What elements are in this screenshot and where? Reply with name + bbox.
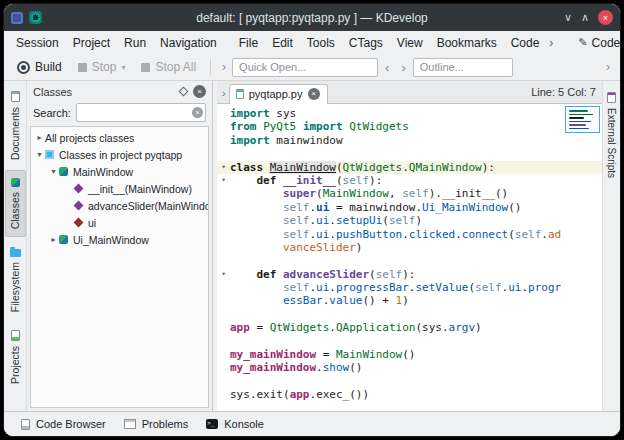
status-label: Konsole: [224, 418, 264, 430]
detach-icon[interactable]: [179, 87, 189, 97]
tree-item[interactable]: ▾MainWindow: [31, 163, 208, 180]
right-dock-tabbar: External Scripts: [602, 81, 620, 411]
code-editor[interactable]: import sysfrom PyQt5 import QtWidgetsimp…: [217, 104, 602, 411]
menu-item-bookmarks[interactable]: Bookmarks: [430, 34, 504, 52]
stop-all-label: Stop All: [155, 60, 196, 74]
code-token: argv: [449, 321, 476, 334]
code-token: (: [369, 268, 376, 281]
menu-item-tools[interactable]: Tools: [300, 34, 342, 52]
code-token: (: [336, 161, 343, 174]
menu-overflow-icon[interactable]: ›: [546, 36, 556, 50]
code-token: .: [329, 214, 336, 227]
search-clear-icon[interactable]: ×: [192, 107, 203, 118]
sidebar-tab-classes[interactable]: Classes: [5, 170, 26, 237]
fold-marker-icon[interactable]: ▾: [217, 161, 230, 174]
code-token: =: [250, 321, 270, 334]
code-line: [217, 335, 602, 348]
code-token: ):: [369, 174, 382, 187]
nav-back-icon[interactable]: ‹: [380, 60, 394, 75]
code-line: ▾ def __init__(self):: [217, 174, 602, 187]
code-line: super(MainWindow, self).__init__(): [217, 187, 602, 200]
menu-item-navigation[interactable]: Navigation: [153, 34, 224, 52]
code-line: [217, 147, 602, 160]
code-token: .: [442, 321, 449, 334]
fold-marker-icon[interactable]: ▾: [217, 268, 230, 281]
code-token: advanceSlider: [283, 268, 369, 281]
fold-marker-icon[interactable]: ▾: [217, 174, 230, 187]
window-title: default: [ pyqtapp:pyqtapp.py ] — KDevel…: [83, 11, 541, 25]
tree-item[interactable]: ▸All projects classes: [31, 129, 208, 146]
code-token: vanceSlider: [283, 241, 356, 254]
code-token: progr: [528, 281, 561, 294]
close-button[interactable]: ×: [598, 10, 613, 25]
tree-item-label: Classes in project pyqtapp: [59, 149, 182, 161]
minimap[interactable]: [565, 106, 600, 133]
status-code-browser[interactable]: Code Browser: [12, 416, 115, 432]
fold-marker-icon: [217, 361, 230, 374]
minimize-button[interactable]: ∨: [564, 12, 572, 23]
pencil-icon: ✎: [578, 36, 587, 49]
tab-pyqtapp[interactable]: pyqtapp.py ×: [229, 84, 328, 104]
menu-item-code[interactable]: Code: [504, 34, 547, 52]
code-line: [217, 254, 602, 267]
tree-item[interactable]: advanceSlider(MainWindow): [31, 197, 208, 214]
code-area-button[interactable]: ✎ Code: [570, 34, 621, 52]
expander-icon[interactable]: ▾: [34, 150, 45, 159]
code-token: QtWidgets: [349, 120, 409, 133]
expander-icon[interactable]: ▾: [48, 167, 59, 176]
fold-marker-icon: [217, 294, 230, 307]
menu-item-file[interactable]: File: [232, 34, 265, 52]
build-button[interactable]: Build: [10, 57, 69, 77]
menu-item-view[interactable]: View: [390, 34, 430, 52]
expander-icon[interactable]: ▸: [48, 235, 59, 244]
expander-icon[interactable]: ▸: [34, 133, 45, 142]
nav-forward-icon[interactable]: ›: [396, 60, 410, 75]
search-input[interactable]: [76, 103, 206, 122]
external-scripts-label: External Scripts: [606, 108, 617, 178]
tabbar-chevron-icon[interactable]: ›: [219, 87, 229, 103]
menu-item-ctags[interactable]: CTags: [342, 34, 390, 52]
code-token: (): [402, 348, 415, 361]
menu-item-edit[interactable]: Edit: [265, 34, 300, 52]
sidebar-tab-documents[interactable]: Documents: [5, 84, 26, 167]
maximize-button[interactable]: ∧: [581, 12, 589, 23]
sidebar-tab-projects[interactable]: Projects: [5, 323, 26, 391]
method-icon: [74, 201, 84, 211]
tree-item-label: ui: [88, 217, 96, 229]
toolbar-chevron-icon[interactable]: ›: [218, 60, 230, 74]
stop-button[interactable]: Stop ▾: [71, 57, 133, 77]
method-icon: [74, 184, 84, 194]
tab-close-icon[interactable]: ×: [308, 88, 320, 100]
menu-group-left: SessionProjectRunNavigation: [9, 34, 224, 52]
tree-item[interactable]: ui: [31, 214, 208, 231]
tree-item[interactable]: __init__(MainWindow): [31, 180, 208, 197]
search-row: Search: ×: [27, 102, 212, 126]
kdevelop-window: default: [ pyqtapp:pyqtapp.py ] — KDevel…: [3, 3, 621, 437]
sidebar-tab-filesystem[interactable]: Filesystem: [5, 240, 26, 319]
quick-open-input[interactable]: [232, 58, 378, 77]
code-token: =: [316, 348, 336, 361]
fold-marker-icon: [217, 241, 230, 254]
code-browser-icon: [21, 419, 30, 430]
status-problems[interactable]: Problems: [115, 416, 197, 432]
status-konsole[interactable]: Konsole: [197, 416, 273, 432]
menu-item-project[interactable]: Project: [66, 34, 117, 52]
tree-item[interactable]: ▸Ui_MainWindow: [31, 231, 208, 248]
stop-all-button[interactable]: Stop All: [134, 57, 203, 77]
menu-item-run[interactable]: Run: [117, 34, 153, 52]
menu-item-session[interactable]: Session: [9, 34, 66, 52]
tree-item-label: Ui_MainWindow: [73, 234, 149, 246]
panel-close-icon[interactable]: ×: [193, 85, 206, 98]
fold-marker-icon: [217, 147, 230, 160]
code-token: MainWindow: [270, 161, 336, 174]
stop-all-icon: [141, 63, 150, 72]
documents-icon: [11, 91, 20, 102]
toolbar-overflow-icon[interactable]: ›: [602, 60, 614, 74]
tree-item[interactable]: ▾Classes in project pyqtapp: [31, 146, 208, 163]
code-token: [230, 174, 257, 187]
app-icon[interactable]: [11, 12, 23, 24]
tab-external-scripts[interactable]: External Scripts: [603, 86, 620, 184]
code-token: [230, 187, 283, 200]
code-token: ): [475, 321, 482, 334]
outline-input[interactable]: [413, 58, 513, 77]
